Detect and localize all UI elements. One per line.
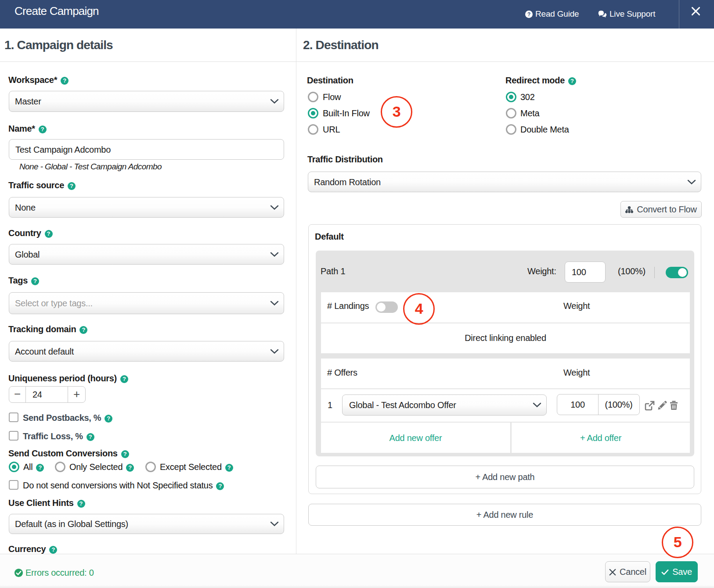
svg-text:?: ? xyxy=(527,11,530,18)
